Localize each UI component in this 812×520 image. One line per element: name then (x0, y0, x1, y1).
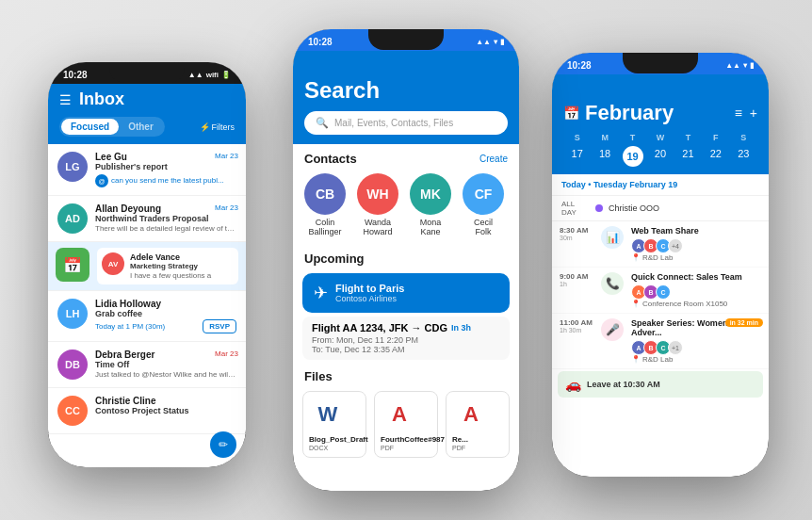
add-event-icon[interactable]: + (750, 106, 757, 121)
attendee-row-3: A B C +1 (631, 340, 761, 355)
signal-icon: ▲▲ (188, 71, 203, 79)
subject-lee-gu: Publisher's report (95, 162, 236, 171)
flight-depart: From: Mon, Dec 11 2:20 PM (312, 335, 500, 345)
email-item-adele[interactable]: 📅 AV Adele Vance Marketing Strategy I ha… (48, 242, 246, 291)
event-time-3: 11:00 AM (560, 318, 593, 327)
inbox-title: Inbox (79, 89, 124, 109)
leave-icon: 🚗 (565, 377, 581, 392)
file-type-coffee: PDF (381, 445, 431, 451)
flight-title: Flight to Paris (335, 283, 404, 294)
calendar-screen: 10:28 ▲▲ ▾ ▮ 📅 February (552, 53, 769, 477)
day-t2: T (674, 133, 702, 142)
contact-mona[interactable]: MK MonaKane (410, 173, 451, 236)
event-duration-2: 1h (560, 281, 593, 287)
search-title: Search (304, 77, 508, 104)
event-content-1: Web Team Share A B C +4 📍 R&D Lab (631, 226, 761, 262)
status-icons-right: ▲▲ ▾ ▮ (725, 61, 754, 70)
date-17[interactable]: 17 (563, 146, 591, 167)
time-col-2: 9:00 AM 1h (560, 272, 593, 308)
adele-card: AV Adele Vance Marketing Strategy I have… (97, 248, 238, 284)
event-web-team[interactable]: 8:30 AM 30m 📊 Web Team Share A B C +4 (552, 221, 769, 268)
event-location-2: 📍 Conference Room X1050 (631, 300, 761, 308)
notch-right (623, 53, 698, 73)
flight-event-card[interactable]: ✈ Flight to Paris Contoso Airlines (302, 273, 510, 313)
tab-other[interactable]: Other (119, 119, 163, 135)
all-day-dot (595, 204, 603, 212)
list-view-icon[interactable]: ≡ (735, 106, 742, 121)
calendar-month: 📅 February (563, 101, 674, 125)
avatar-lidia: LH (57, 299, 88, 329)
file-type-re: PDF (452, 445, 503, 451)
status-icons-left: ▲▲ wifi 🔋 (188, 71, 231, 79)
file-name-blog: Blog_Post_Draft (309, 435, 360, 445)
wifi-center: ▾ (494, 38, 497, 46)
subject-allan: Northwind Traders Proposal (95, 214, 236, 223)
leave-event: 🚗 Leave at 10:30 AM (558, 371, 763, 398)
event-time-1: 8:30 AM (560, 226, 593, 235)
date-22[interactable]: 22 (702, 146, 729, 167)
file-icon-pdf1: A (381, 398, 418, 431)
all-day-label: ALL DAY (561, 200, 590, 217)
event-title-2: Quick Connect: Sales Team (631, 272, 761, 282)
calendar-icon-adele: 📅 (56, 248, 89, 282)
date-23[interactable]: 23 (730, 146, 757, 167)
event-speaker[interactable]: in 32 min 11:00 AM 1h 30m 🎤 Speaker Seri… (552, 314, 769, 369)
event-duration-3: 1h 30m (560, 327, 593, 333)
contacts-section-header: Contacts Create (293, 144, 519, 170)
event-icon-3: 🎤 (601, 318, 624, 341)
subject-debra: Time Off (95, 360, 236, 369)
contact-colin[interactable]: CB ColinBallinger (304, 173, 346, 236)
file-fourthcoffee[interactable]: A FourthCoffee#987 PDF (374, 391, 438, 458)
day-m: M (591, 133, 618, 142)
date-20[interactable]: 20 (646, 146, 674, 167)
filters-button[interactable]: ⚡ Filters (200, 122, 235, 132)
phone-inbox: 10:28 ▲▲ wifi 🔋 ☰ Inbox Focus (48, 62, 246, 467)
subject-christie: Contoso Project Status (95, 406, 236, 415)
week-dates: 17 18 19 20 21 22 23 (563, 146, 757, 167)
search-body: Contacts Create CB ColinBallinger WH Wan… (293, 144, 519, 491)
location-pin-1: 📍 (631, 253, 641, 262)
flight-duration: In 3h (451, 323, 471, 333)
email-item-allan[interactable]: AD Allan Deyoung Northwind Traders Propo… (48, 196, 246, 242)
files-section-header: Files (293, 362, 519, 387)
name-colin: ColinBallinger (308, 218, 341, 236)
file-blog-post[interactable]: W Blog_Post_Draft DOCX (302, 391, 366, 458)
menu-icon[interactable]: ☰ (59, 92, 72, 107)
day-f: F (702, 133, 729, 142)
email-item-lee-gu[interactable]: LG Lee Gu Publisher's report @ can you s… (48, 144, 246, 196)
file-re[interactable]: A Re... PDF (446, 391, 510, 458)
event-icon-2: 📞 (601, 272, 624, 295)
wifi-icon: wifi (206, 71, 219, 79)
email-item-debra[interactable]: DB Debra Berger Time Off Just talked to … (48, 342, 246, 388)
attendee-more-1: +4 (668, 238, 683, 253)
flight-event-info: Flight to Paris Contoso Airlines (335, 283, 404, 303)
tab-focused[interactable]: Focused (61, 119, 119, 135)
rsvp-button[interactable]: RSVP (203, 319, 236, 333)
email-item-christie[interactable]: CC Christie Cline Contoso Project Status (48, 388, 246, 434)
contact-wanda[interactable]: WH WandaHoward (357, 173, 398, 236)
in-badge: in 32 min (725, 318, 763, 327)
preview-lidia: Today at 1 PM (30m) (95, 322, 165, 331)
preview-debra: Just talked to @Nestor Wilke and he will… (95, 370, 236, 379)
name-wanda: WandaHoward (363, 218, 392, 236)
compose-fab[interactable]: ✏ (210, 431, 236, 458)
date-18[interactable]: 18 (591, 146, 618, 167)
date-21[interactable]: 21 (674, 146, 702, 167)
all-day-event: Christie OOO (609, 203, 659, 213)
contact-cecil[interactable]: CF CecilFolk (463, 173, 504, 236)
leave-text: Leave at 10:30 AM (587, 380, 660, 389)
event-content-2: Quick Connect: Sales Team A B C 📍 Confer… (631, 272, 761, 308)
flight-details: Flight AA 1234, JFK → CDG In 3h From: Mo… (302, 317, 510, 360)
date-19-today[interactable]: 19 (623, 146, 643, 167)
sender-lidia: Lidia Holloway (95, 299, 236, 309)
time-center: 10:28 (308, 37, 333, 47)
event-sales[interactable]: 9:00 AM 1h 📞 Quick Connect: Sales Team A… (552, 268, 769, 314)
contacts-action[interactable]: Create (479, 154, 508, 164)
upcoming-label: Upcoming (304, 252, 365, 266)
file-icon-pdf2: A (452, 398, 490, 431)
today-banner: Today • Tuesday February 19 (552, 174, 769, 196)
time-col-1: 8:30 AM 30m (560, 226, 593, 262)
search-bar[interactable]: 🔍 Mail, Events, Contacts, Files (304, 111, 508, 135)
calendar-icon: 📅 (563, 106, 579, 121)
email-item-lidia[interactable]: LH Lidia Holloway Grab coffee Today at 1… (48, 291, 246, 342)
